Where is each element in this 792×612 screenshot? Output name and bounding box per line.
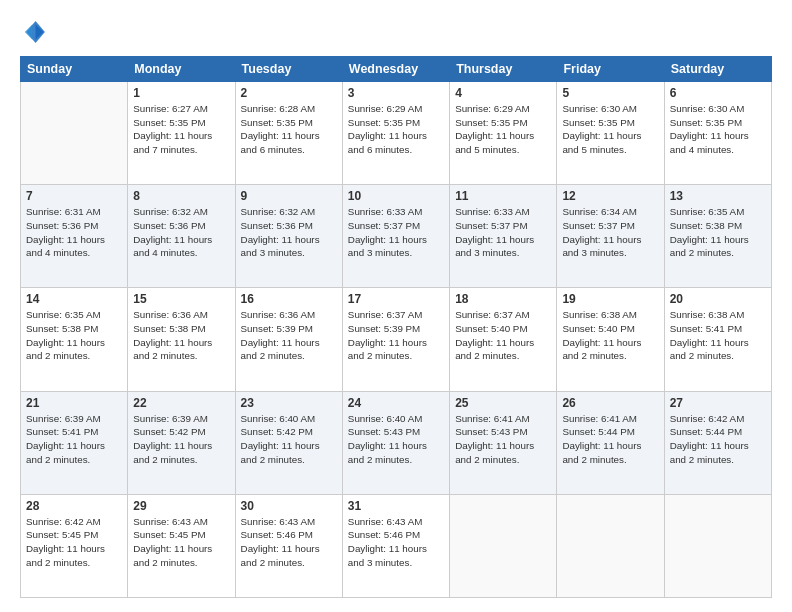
- page-header: [20, 18, 772, 46]
- day-info: Sunrise: 6:39 AMSunset: 5:41 PMDaylight:…: [26, 412, 122, 467]
- day-number: 6: [670, 86, 766, 100]
- calendar-cell: 19Sunrise: 6:38 AMSunset: 5:40 PMDayligh…: [557, 288, 664, 391]
- day-number: 22: [133, 396, 229, 410]
- day-number: 7: [26, 189, 122, 203]
- day-info: Sunrise: 6:36 AMSunset: 5:38 PMDaylight:…: [133, 308, 229, 363]
- calendar-cell: 24Sunrise: 6:40 AMSunset: 5:43 PMDayligh…: [342, 391, 449, 494]
- day-number: 9: [241, 189, 337, 203]
- day-info: Sunrise: 6:38 AMSunset: 5:41 PMDaylight:…: [670, 308, 766, 363]
- calendar-week-row: 1Sunrise: 6:27 AMSunset: 5:35 PMDaylight…: [21, 82, 772, 185]
- calendar-cell: 10Sunrise: 6:33 AMSunset: 5:37 PMDayligh…: [342, 185, 449, 288]
- day-info: Sunrise: 6:42 AMSunset: 5:44 PMDaylight:…: [670, 412, 766, 467]
- day-number: 11: [455, 189, 551, 203]
- day-number: 30: [241, 499, 337, 513]
- calendar-cell: [450, 494, 557, 597]
- day-number: 23: [241, 396, 337, 410]
- day-number: 5: [562, 86, 658, 100]
- calendar-cell: 11Sunrise: 6:33 AMSunset: 5:37 PMDayligh…: [450, 185, 557, 288]
- calendar-cell: [21, 82, 128, 185]
- calendar-week-row: 28Sunrise: 6:42 AMSunset: 5:45 PMDayligh…: [21, 494, 772, 597]
- day-number: 4: [455, 86, 551, 100]
- calendar-cell: [557, 494, 664, 597]
- day-number: 20: [670, 292, 766, 306]
- day-number: 28: [26, 499, 122, 513]
- calendar-header-row: SundayMondayTuesdayWednesdayThursdayFrid…: [21, 57, 772, 82]
- weekday-header: Saturday: [664, 57, 771, 82]
- weekday-header: Wednesday: [342, 57, 449, 82]
- day-number: 10: [348, 189, 444, 203]
- calendar-week-row: 21Sunrise: 6:39 AMSunset: 5:41 PMDayligh…: [21, 391, 772, 494]
- calendar-cell: 29Sunrise: 6:43 AMSunset: 5:45 PMDayligh…: [128, 494, 235, 597]
- calendar-cell: 22Sunrise: 6:39 AMSunset: 5:42 PMDayligh…: [128, 391, 235, 494]
- day-info: Sunrise: 6:41 AMSunset: 5:43 PMDaylight:…: [455, 412, 551, 467]
- logo: [20, 18, 52, 46]
- calendar-cell: [664, 494, 771, 597]
- day-info: Sunrise: 6:43 AMSunset: 5:46 PMDaylight:…: [348, 515, 444, 570]
- day-info: Sunrise: 6:28 AMSunset: 5:35 PMDaylight:…: [241, 102, 337, 157]
- calendar-cell: 15Sunrise: 6:36 AMSunset: 5:38 PMDayligh…: [128, 288, 235, 391]
- day-info: Sunrise: 6:40 AMSunset: 5:43 PMDaylight:…: [348, 412, 444, 467]
- day-info: Sunrise: 6:37 AMSunset: 5:40 PMDaylight:…: [455, 308, 551, 363]
- day-number: 13: [670, 189, 766, 203]
- calendar-cell: 23Sunrise: 6:40 AMSunset: 5:42 PMDayligh…: [235, 391, 342, 494]
- calendar-cell: 9Sunrise: 6:32 AMSunset: 5:36 PMDaylight…: [235, 185, 342, 288]
- day-number: 27: [670, 396, 766, 410]
- calendar-week-row: 7Sunrise: 6:31 AMSunset: 5:36 PMDaylight…: [21, 185, 772, 288]
- day-number: 25: [455, 396, 551, 410]
- day-info: Sunrise: 6:43 AMSunset: 5:46 PMDaylight:…: [241, 515, 337, 570]
- day-number: 24: [348, 396, 444, 410]
- day-number: 2: [241, 86, 337, 100]
- logo-icon: [20, 18, 48, 46]
- calendar-cell: 27Sunrise: 6:42 AMSunset: 5:44 PMDayligh…: [664, 391, 771, 494]
- calendar-cell: 3Sunrise: 6:29 AMSunset: 5:35 PMDaylight…: [342, 82, 449, 185]
- calendar-cell: 14Sunrise: 6:35 AMSunset: 5:38 PMDayligh…: [21, 288, 128, 391]
- calendar-cell: 13Sunrise: 6:35 AMSunset: 5:38 PMDayligh…: [664, 185, 771, 288]
- day-info: Sunrise: 6:33 AMSunset: 5:37 PMDaylight:…: [348, 205, 444, 260]
- calendar-cell: 17Sunrise: 6:37 AMSunset: 5:39 PMDayligh…: [342, 288, 449, 391]
- day-number: 19: [562, 292, 658, 306]
- day-info: Sunrise: 6:34 AMSunset: 5:37 PMDaylight:…: [562, 205, 658, 260]
- weekday-header: Friday: [557, 57, 664, 82]
- calendar-cell: 20Sunrise: 6:38 AMSunset: 5:41 PMDayligh…: [664, 288, 771, 391]
- day-info: Sunrise: 6:38 AMSunset: 5:40 PMDaylight:…: [562, 308, 658, 363]
- calendar-cell: 21Sunrise: 6:39 AMSunset: 5:41 PMDayligh…: [21, 391, 128, 494]
- calendar-cell: 8Sunrise: 6:32 AMSunset: 5:36 PMDaylight…: [128, 185, 235, 288]
- day-number: 29: [133, 499, 229, 513]
- day-info: Sunrise: 6:43 AMSunset: 5:45 PMDaylight:…: [133, 515, 229, 570]
- calendar-table: SundayMondayTuesdayWednesdayThursdayFrid…: [20, 56, 772, 598]
- weekday-header: Monday: [128, 57, 235, 82]
- calendar-cell: 1Sunrise: 6:27 AMSunset: 5:35 PMDaylight…: [128, 82, 235, 185]
- day-info: Sunrise: 6:30 AMSunset: 5:35 PMDaylight:…: [670, 102, 766, 157]
- day-number: 26: [562, 396, 658, 410]
- calendar-cell: 30Sunrise: 6:43 AMSunset: 5:46 PMDayligh…: [235, 494, 342, 597]
- day-info: Sunrise: 6:35 AMSunset: 5:38 PMDaylight:…: [670, 205, 766, 260]
- calendar-cell: 6Sunrise: 6:30 AMSunset: 5:35 PMDaylight…: [664, 82, 771, 185]
- day-number: 31: [348, 499, 444, 513]
- weekday-header: Thursday: [450, 57, 557, 82]
- day-info: Sunrise: 6:41 AMSunset: 5:44 PMDaylight:…: [562, 412, 658, 467]
- calendar-cell: 5Sunrise: 6:30 AMSunset: 5:35 PMDaylight…: [557, 82, 664, 185]
- calendar-cell: 7Sunrise: 6:31 AMSunset: 5:36 PMDaylight…: [21, 185, 128, 288]
- calendar-cell: 16Sunrise: 6:36 AMSunset: 5:39 PMDayligh…: [235, 288, 342, 391]
- day-info: Sunrise: 6:30 AMSunset: 5:35 PMDaylight:…: [562, 102, 658, 157]
- day-info: Sunrise: 6:29 AMSunset: 5:35 PMDaylight:…: [455, 102, 551, 157]
- day-number: 15: [133, 292, 229, 306]
- day-info: Sunrise: 6:32 AMSunset: 5:36 PMDaylight:…: [241, 205, 337, 260]
- day-number: 21: [26, 396, 122, 410]
- day-number: 1: [133, 86, 229, 100]
- calendar-cell: 12Sunrise: 6:34 AMSunset: 5:37 PMDayligh…: [557, 185, 664, 288]
- day-info: Sunrise: 6:39 AMSunset: 5:42 PMDaylight:…: [133, 412, 229, 467]
- calendar-cell: 26Sunrise: 6:41 AMSunset: 5:44 PMDayligh…: [557, 391, 664, 494]
- day-info: Sunrise: 6:32 AMSunset: 5:36 PMDaylight:…: [133, 205, 229, 260]
- day-info: Sunrise: 6:29 AMSunset: 5:35 PMDaylight:…: [348, 102, 444, 157]
- day-number: 3: [348, 86, 444, 100]
- calendar-week-row: 14Sunrise: 6:35 AMSunset: 5:38 PMDayligh…: [21, 288, 772, 391]
- weekday-header: Sunday: [21, 57, 128, 82]
- day-number: 18: [455, 292, 551, 306]
- day-number: 17: [348, 292, 444, 306]
- day-info: Sunrise: 6:37 AMSunset: 5:39 PMDaylight:…: [348, 308, 444, 363]
- calendar-cell: 31Sunrise: 6:43 AMSunset: 5:46 PMDayligh…: [342, 494, 449, 597]
- calendar-cell: 25Sunrise: 6:41 AMSunset: 5:43 PMDayligh…: [450, 391, 557, 494]
- day-info: Sunrise: 6:36 AMSunset: 5:39 PMDaylight:…: [241, 308, 337, 363]
- calendar-cell: 4Sunrise: 6:29 AMSunset: 5:35 PMDaylight…: [450, 82, 557, 185]
